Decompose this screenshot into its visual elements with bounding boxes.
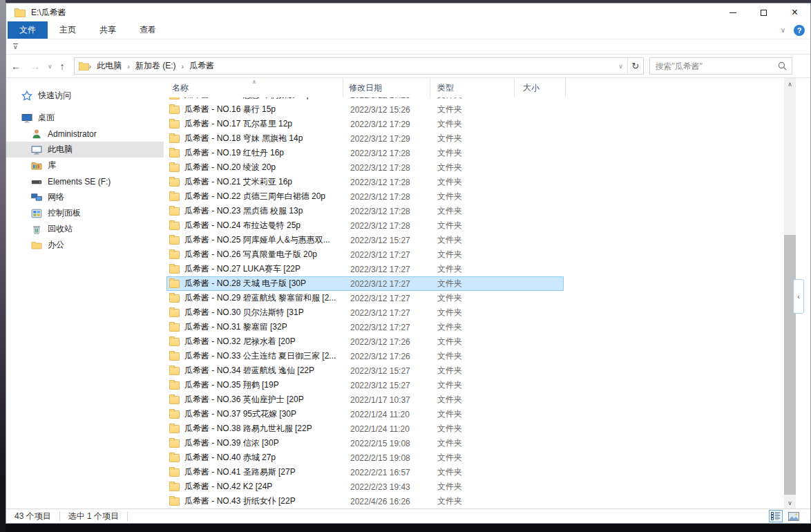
back-button[interactable]: ← xyxy=(6,61,26,72)
table-row[interactable]: 瓜希酱 - NO.20 绫波 20p2022/3/12 17:28文件夹 xyxy=(166,160,564,175)
scrollbar-thumb[interactable] xyxy=(784,235,796,495)
folder-icon xyxy=(169,294,180,303)
refresh-icon[interactable]: ↻ xyxy=(628,58,643,74)
minimize-button[interactable] xyxy=(717,3,748,21)
table-row[interactable]: 瓜希酱 - NO.18 穹妹 黑旗袍 14p2022/3/12 17:29文件夹 xyxy=(166,131,564,146)
file-name: 瓜希酱 - NO.16 暴行 15p xyxy=(184,104,276,115)
table-row[interactable]: 瓜希酱 - NO.29 碧蓝航线 黎塞留和服 [2...2022/3/12 17… xyxy=(166,291,564,305)
file-name: 瓜希酱 - NO.31 黎塞留 [32P xyxy=(184,321,287,333)
column-header[interactable]: 类型 xyxy=(430,78,515,97)
table-row[interactable]: 瓜希酱 - NO.22 贞德三周年白裙德 20p2022/3/12 17:28文… xyxy=(166,189,564,204)
sidebar-item[interactable]: 办公 xyxy=(6,237,164,253)
title-bar: E:\瓜希酱 × xyxy=(6,3,810,21)
table-row[interactable]: 瓜希酱 - NO.42 K2 [24P2022/2/23 19:43文件夹 xyxy=(166,479,564,494)
table-row[interactable]: 瓜希酱 - NO.23 黑贞德 校服 13p2022/3/12 17:28文件夹 xyxy=(166,204,564,218)
sidebar-item[interactable]: 库 xyxy=(6,158,164,173)
table-row[interactable]: 瓜希酱 - NO.15 惠惠 布偶撕破 20p2022/3/12 17:25文件… xyxy=(166,97,564,102)
column-header[interactable]: 名称 xyxy=(164,78,343,97)
sidebar-item[interactable]: Elements SE (F:) xyxy=(6,173,164,189)
file-name: 瓜希酱 - NO.37 95式花嫁 [30P xyxy=(184,408,296,420)
table-row[interactable]: 瓜希酱 - NO.28 天城 电子版 [30P2022/3/12 17:27文件… xyxy=(166,276,564,291)
date-modified: 2022/3/12 17:25 xyxy=(349,97,436,100)
ribbon-tab[interactable]: 主页 xyxy=(48,21,88,39)
collapse-flyout-button[interactable]: ‹ xyxy=(793,279,804,314)
ribbon-tab[interactable]: 文件 xyxy=(8,21,48,39)
table-row[interactable]: 瓜希酱 - NO.39 信浓 [30P2022/2/15 19:08文件夹 xyxy=(166,436,564,450)
table-row[interactable]: 瓜希酱 - NO.32 尼禄水着 [20P2022/3/12 17:26文件夹 xyxy=(166,334,564,349)
file-type: 文件夹 xyxy=(436,147,520,159)
ribbon-collapse-icon[interactable]: ∨ xyxy=(13,44,18,50)
close-icon: × xyxy=(792,6,798,19)
forward-button[interactable]: → xyxy=(26,61,45,72)
folder-icon xyxy=(169,120,180,129)
address-bar[interactable]: ›此电脑›新加卷 (E:)›瓜希酱 ∨ ↻ xyxy=(74,57,644,75)
table-row[interactable]: 瓜希酱 - NO.31 黎塞留 [32P2022/3/12 17:27文件夹 xyxy=(166,320,564,334)
table-row[interactable]: 瓜希酱 - NO.24 布拉达曼特 25p2022/3/12 17:28文件夹 xyxy=(166,218,564,233)
file-name: 瓜希酱 - NO.20 绫波 20p xyxy=(184,162,276,173)
close-button[interactable]: × xyxy=(779,3,810,21)
scroll-up-icon[interactable]: ∧ xyxy=(784,78,796,90)
ribbon-expand-icon[interactable]: ∨ xyxy=(781,26,785,34)
breadcrumb-item[interactable]: 新加卷 (E:) xyxy=(130,58,182,74)
details-view-button[interactable] xyxy=(769,510,783,522)
maximize-button[interactable] xyxy=(748,3,779,21)
breadcrumb-item[interactable]: 此电脑 xyxy=(91,58,127,74)
file-name: 瓜希酱 - NO.23 黑贞德 校服 13p xyxy=(184,205,303,217)
file-type: 文件夹 xyxy=(436,481,520,493)
table-row[interactable]: 瓜希酱 - NO.25 阿库娅单人&与惠惠双...2022/3/12 15:27… xyxy=(166,233,564,247)
sidebar-item[interactable]: 控制面板 xyxy=(6,205,164,221)
sidebar-item[interactable]: 网络 xyxy=(6,189,164,205)
sidebar-item-label: 控制面板 xyxy=(48,207,81,219)
folder-icon xyxy=(169,497,180,506)
sidebar-item[interactable]: 此电脑 xyxy=(6,142,164,158)
file-name: 瓜希酱 - NO.28 天城 电子版 [30P xyxy=(184,278,306,289)
sidebar-item[interactable]: 快速访问 xyxy=(6,88,164,104)
table-row[interactable]: 瓜希酱 - NO.37 95式花嫁 [30P2022/1/24 11:20文件夹 xyxy=(166,407,564,421)
column-header[interactable]: 修改日期 xyxy=(343,78,430,97)
column-header[interactable]: 大小 xyxy=(515,78,566,97)
table-row[interactable]: 瓜希酱 - NO.30 贝尔法斯特 [31P2022/3/12 17:27文件夹 xyxy=(166,305,564,320)
table-row[interactable]: 瓜希酱 - NO.33 公主连结 夏日御三家 [2...2022/3/12 17… xyxy=(166,349,564,363)
sidebar-item[interactable]: 桌面 xyxy=(6,110,164,126)
table-row[interactable]: 瓜希酱 - NO.34 碧蓝航线 逸仙 [22P2022/3/12 15:27文… xyxy=(166,363,564,378)
table-row[interactable]: 瓜希酱 - NO.17 瓦尔基里 12p2022/3/12 17:29文件夹 xyxy=(166,117,564,131)
thumbnail-view-button[interactable] xyxy=(787,510,801,522)
address-dropdown-icon[interactable]: ∨ xyxy=(615,63,627,70)
sidebar-item[interactable]: Administrator xyxy=(6,126,164,142)
table-row[interactable]: 瓜希酱 - NO.35 翔鹤 [19P2022/3/12 15:27文件夹 xyxy=(166,378,564,392)
table-row[interactable]: 瓜希酱 - NO.41 圣路易斯 [27P2022/2/21 16:57文件夹 xyxy=(166,465,564,479)
sidebar-item-label: 网络 xyxy=(48,191,64,203)
sidebar-item-label: 办公 xyxy=(48,239,64,251)
help-icon[interactable]: ? xyxy=(794,25,805,36)
date-modified: 2022/3/12 17:26 xyxy=(349,337,436,347)
file-type: 文件夹 xyxy=(436,495,520,507)
search-input[interactable] xyxy=(650,61,778,71)
table-row[interactable]: 瓜希酱 - NO.19 红牡丹 16p2022/3/12 17:28文件夹 xyxy=(166,146,564,160)
scroll-down-icon[interactable]: ∨ xyxy=(784,497,796,509)
sidebar-item[interactable]: 回收站 xyxy=(6,221,164,237)
file-name: 瓜希酱 - NO.26 写真限量电子版 20p xyxy=(184,249,317,260)
table-row[interactable]: 瓜希酱 - NO.16 暴行 15p2022/3/12 15:26文件夹 xyxy=(166,102,564,117)
folder-icon xyxy=(169,106,180,114)
table-row[interactable]: 瓜希酱 - NO.40 赤城 27p2022/2/15 19:08文件夹 xyxy=(166,450,564,465)
folder-icon xyxy=(169,309,180,317)
date-modified: 2022/2/15 19:08 xyxy=(349,439,436,448)
table-row[interactable]: 瓜希酱 - NO.43 折纸女仆 [22P2022/4/26 16:26文件夹 xyxy=(166,494,564,509)
ribbon-tab[interactable]: 共享 xyxy=(88,21,128,39)
ribbon-tab[interactable]: 查看 xyxy=(128,21,168,39)
thumbnail-view-icon xyxy=(788,512,799,521)
up-button[interactable]: ↑ xyxy=(55,61,70,72)
file-name: 瓜希酱 - NO.34 碧蓝航线 逸仙 [22P xyxy=(184,365,314,377)
date-modified: 2022/3/12 17:27 xyxy=(349,250,436,260)
date-modified: 2022/3/12 17:29 xyxy=(349,120,436,129)
table-row[interactable]: 瓜希酱 - NO.26 写真限量电子版 20p2022/3/12 17:27文件… xyxy=(166,247,564,262)
search-box[interactable] xyxy=(649,57,792,75)
table-row[interactable]: 瓜希酱 - NO.27 LUKA赛车 [22P2022/3/12 17:27文件… xyxy=(166,262,564,276)
table-row[interactable]: 瓜希酱 - NO.38 路易九世礼服 [22P2022/1/24 11:20文件… xyxy=(166,421,564,436)
table-row[interactable]: 瓜希酱 - NO.36 英仙座护士 [20P2022/1/17 10:37文件夹 xyxy=(166,392,564,407)
file-type: 文件夹 xyxy=(436,220,520,231)
recent-locations-dropdown-icon[interactable]: ∨ xyxy=(45,63,55,70)
breadcrumb-item[interactable]: 瓜希酱 xyxy=(184,58,220,74)
table-row[interactable]: 瓜希酱 - NO.21 艾米莉亚 16p2022/3/12 17:28文件夹 xyxy=(166,175,564,189)
file-type: 文件夹 xyxy=(436,394,520,406)
